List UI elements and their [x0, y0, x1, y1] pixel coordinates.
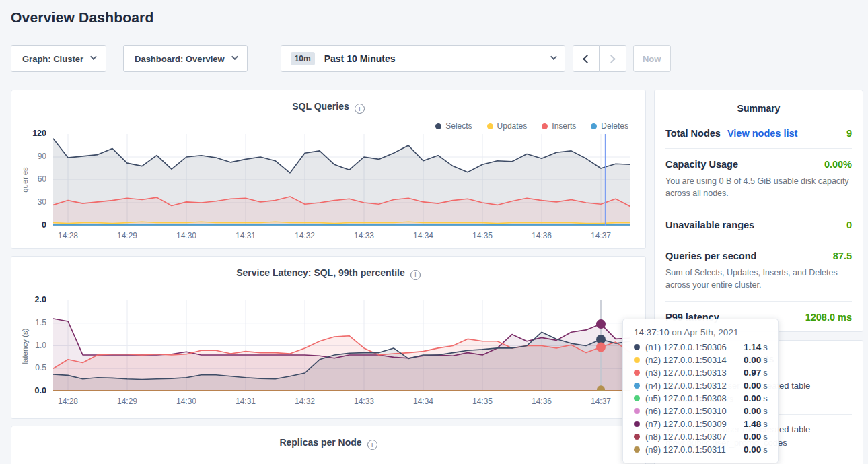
tooltip-node-value: 0.00 — [744, 380, 761, 391]
tooltip-node-row: (n2) 127.0.0.1:503140.00s — [634, 355, 768, 365]
tooltip-node-row: (n1) 127.0.0.1:503061.14s — [634, 342, 768, 352]
x-axis-tick: 14:35 — [466, 231, 499, 240]
y-axis-tick: 60 — [11, 174, 46, 184]
now-button[interactable]: Now — [633, 45, 671, 72]
info-icon[interactable]: i — [355, 104, 365, 114]
tooltip-node-unit: s — [763, 444, 768, 455]
x-axis-tick: 14:31 — [229, 231, 262, 240]
chevron-down-icon — [231, 53, 238, 60]
legend-item-updates[interactable]: Updates — [487, 121, 528, 131]
service-latency-chart[interactable] — [53, 300, 630, 391]
tooltip-node-address: (n7) 127.0.0.1:50309 — [645, 419, 744, 429]
node-color-dot-icon — [634, 395, 640, 401]
summary-stat-row: Capacity Usage0.00%You are using 0 B of … — [665, 149, 852, 209]
stat-value: 9 — [846, 128, 852, 139]
stat-value: 0 — [846, 220, 852, 230]
tooltip-node-value: 1.14 — [744, 342, 761, 352]
chart-title: Service Latency: SQL, 99th percentilei — [11, 267, 645, 280]
time-range-selector[interactable]: 10m Past 10 Minutes — [281, 45, 565, 72]
graph-dropdown-label: Graph: Cluster — [22, 54, 83, 64]
legend-item-inserts[interactable]: Inserts — [542, 121, 576, 131]
y-axis-tick: 90 — [11, 152, 46, 161]
stat-description: You are using 0 B of 4.5 GiB usable disk… — [665, 175, 852, 199]
info-icon[interactable]: i — [410, 270, 421, 280]
tooltip-node-address: (n9) 127.0.0.1:50311 — [645, 444, 744, 455]
y-axis-tick: 1.5 — [11, 318, 46, 327]
tooltip-timestamp: 14:37:10 on Apr 5th, 2021 — [634, 327, 768, 337]
legend-label: Selects — [445, 121, 472, 131]
legend-label: Updates — [497, 121, 528, 131]
stat-value: 0.00% — [824, 159, 852, 170]
toolbar: Graph: Cluster Dashboard: Overview 10m P… — [11, 45, 671, 72]
chart-title: SQL Queriesi — [11, 101, 645, 114]
x-axis-tick: 14:36 — [525, 231, 558, 240]
stat-label: Queries per second — [665, 251, 756, 261]
time-prev-button[interactable] — [573, 45, 600, 72]
y-axis-tick: 0.0 — [11, 386, 46, 395]
dashboard-dropdown[interactable]: Dashboard: Overview — [123, 45, 248, 72]
summary-title: Summary — [655, 90, 863, 114]
x-axis-tick: 14:29 — [110, 231, 144, 240]
node-color-dot-icon — [634, 408, 640, 414]
chart-hover-tooltip: 14:37:10 on Apr 5th, 2021 (n1) 127.0.0.1… — [622, 319, 779, 463]
tooltip-node-address: (n1) 127.0.0.1:50306 — [645, 342, 744, 352]
tooltip-node-value: 0.00 — [744, 432, 761, 442]
time-next-button[interactable] — [600, 45, 626, 72]
tooltip-node-row: (n5) 127.0.0.1:503080.00s — [634, 393, 768, 403]
tooltip-node-address: (n5) 127.0.0.1:50308 — [645, 393, 744, 403]
summary-stat-row: Total NodesView nodes list9 — [665, 118, 852, 149]
time-range-label: Past 10 Minutes — [324, 53, 550, 64]
summary-stat-row: Unavailable ranges0 — [665, 209, 852, 240]
x-axis-tick: 14:37 — [584, 397, 618, 406]
tooltip-node-address: (n2) 127.0.0.1:50314 — [645, 355, 744, 365]
view-nodes-list-link[interactable]: View nodes list — [727, 128, 798, 139]
stat-label: Unavailable ranges — [665, 220, 754, 230]
legend-dot-icon — [542, 123, 548, 129]
tooltip-node-address: (n3) 127.0.0.1:50313 — [645, 368, 744, 378]
info-icon[interactable]: i — [367, 440, 377, 450]
graph-dropdown[interactable]: Graph: Cluster — [11, 45, 106, 72]
time-range-badge: 10m — [291, 52, 315, 65]
tooltip-node-unit: s — [763, 393, 768, 403]
tooltip-node-row: (n8) 127.0.0.1:503070.00s — [634, 432, 768, 442]
sql-queries-panel: SQL Queriesi SelectsUpdatesInsertsDelete… — [11, 90, 646, 249]
tooltip-node-address: (n4) 127.0.0.1:50312 — [645, 380, 744, 391]
chevron-right-icon — [607, 55, 616, 63]
tooltip-node-unit: s — [763, 406, 768, 416]
sql-queries-chart[interactable] — [53, 134, 630, 226]
stat-label: Capacity Usage — [665, 159, 738, 170]
y-axis-tick: 120 — [11, 129, 46, 138]
node-color-dot-icon — [634, 357, 640, 363]
node-color-dot-icon — [634, 370, 640, 376]
tooltip-node-unit: s — [763, 368, 768, 378]
tooltip-node-value: 0.00 — [744, 355, 761, 365]
tooltip-node-unit: s — [763, 432, 768, 442]
node-color-dot-icon — [634, 434, 640, 440]
tooltip-node-row: (n3) 127.0.0.1:503130.97s — [634, 368, 768, 378]
chart-title: Replicas per Nodei — [11, 437, 645, 450]
y-axis-tick: 0.5 — [11, 363, 46, 372]
chevron-left-icon — [583, 55, 591, 63]
node-color-dot-icon — [634, 446, 640, 453]
chart-title-text: Service Latency: SQL, 99th percentile — [236, 267, 405, 278]
tooltip-node-value: 1.48 — [744, 419, 761, 429]
tooltip-node-unit: s — [763, 380, 768, 391]
x-axis-tick: 14:31 — [229, 397, 262, 406]
tooltip-node-row: (n6) 127.0.0.1:503100.00s — [634, 406, 768, 416]
x-axis-tick: 14:32 — [288, 397, 322, 406]
legend-item-deletes[interactable]: Deletes — [591, 121, 628, 131]
chevron-down-icon — [90, 53, 97, 60]
tooltip-node-address: (n8) 127.0.0.1:50307 — [645, 432, 744, 442]
summary-stat-row: Queries per second87.5Sum of Selects, Up… — [665, 240, 852, 301]
chevron-down-icon — [550, 53, 557, 60]
toolbar-divider — [264, 45, 264, 72]
tooltip-node-row: (n4) 127.0.0.1:503120.00s — [634, 380, 768, 391]
legend-item-selects[interactable]: Selects — [435, 121, 472, 131]
legend-dot-icon — [487, 123, 493, 129]
chart-legend: SelectsUpdatesInsertsDeletes — [435, 121, 628, 131]
x-axis-tick: 14:36 — [525, 397, 558, 406]
x-axis-tick: 14:34 — [406, 397, 440, 406]
y-axis-tick: 1.0 — [11, 341, 46, 350]
y-axis-tick: 2.0 — [11, 295, 46, 304]
tooltip-node-address: (n6) 127.0.0.1:50310 — [645, 406, 744, 416]
